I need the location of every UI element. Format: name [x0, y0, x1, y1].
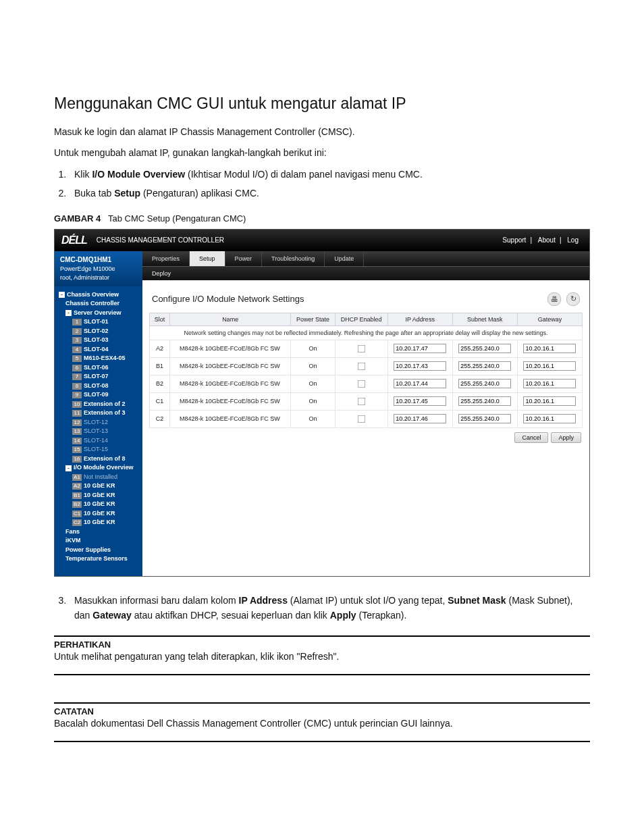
tree-item[interactable]: A210 GbE KR — [59, 481, 141, 491]
tree-slot-badge: 3 — [72, 337, 82, 344]
tree-item[interactable]: 3SLOT-03 — [59, 336, 141, 345]
support-link[interactable]: Support — [502, 236, 526, 244]
tree-slot-badge: 15 — [72, 446, 82, 453]
tree-item[interactable]: 12SLOT-12 — [59, 418, 141, 427]
step-2-text: Buka tab — [74, 188, 114, 199]
mask-input[interactable] — [458, 414, 511, 423]
gw-input[interactable] — [523, 344, 576, 353]
tree-toggle-icon[interactable]: - — [59, 292, 65, 298]
tree-item[interactable]: Fans — [59, 527, 141, 537]
print-icon[interactable]: 🖶 — [547, 292, 561, 306]
tree-label: SLOT-08 — [84, 382, 109, 391]
gw-input[interactable] — [523, 361, 576, 371]
tree-item[interactable]: 1SLOT-01 — [59, 317, 141, 327]
tab-setup[interactable]: Setup — [190, 251, 225, 266]
tree-item[interactable]: Chassis Controller — [59, 299, 141, 309]
column-header: IP Address — [387, 313, 452, 325]
ip-input[interactable] — [394, 361, 446, 371]
tree-slot-badge: 2 — [72, 328, 82, 335]
cell-power: On — [291, 392, 336, 410]
tree-slot-badge: A2 — [72, 483, 82, 490]
tree-label: SLOT-12 — [84, 418, 108, 427]
tree-item[interactable]: -Chassis Overview — [59, 290, 141, 300]
tree-toggle-icon[interactable]: - — [65, 310, 72, 316]
cancel-button[interactable]: Cancel — [514, 432, 548, 443]
tree-item[interactable]: Power Supplies — [59, 546, 141, 555]
tree-slot-badge: 11 — [72, 410, 82, 417]
column-header: Subnet Mask — [452, 313, 517, 325]
cell-power: On — [291, 357, 336, 375]
tree-item[interactable]: C110 GbE KR — [59, 509, 141, 519]
tab-troubleshooting[interactable]: Troubleshooting — [262, 251, 325, 266]
cell-slot: B1 — [150, 357, 170, 375]
intro-paragraph-1: Masuk ke login dan alamat IP Chassis Man… — [54, 125, 590, 139]
divider — [54, 702, 590, 704]
mask-input[interactable] — [458, 344, 511, 353]
tab-power[interactable]: Power — [225, 251, 263, 266]
mask-input[interactable] — [458, 379, 511, 388]
gw-input[interactable] — [523, 379, 576, 388]
tree-slot-badge: 9 — [72, 392, 82, 398]
log-link[interactable]: Log — [567, 236, 579, 244]
tree-item[interactable]: 4SLOT-04 — [59, 345, 141, 355]
cell-name: M8428-k 10GbEE-FCoE/8Gb FC SW — [170, 357, 291, 375]
tree-label: 10 GbE KR — [84, 509, 115, 519]
tree-item[interactable]: iKVM — [59, 536, 141, 546]
tree-item[interactable]: 13SLOT-13 — [59, 427, 141, 436]
ip-input[interactable] — [394, 379, 446, 388]
tree-label: I/O Module Overview — [74, 463, 134, 473]
tab-properties[interactable]: Properties — [142, 251, 190, 266]
tree-label: SLOT-14 — [84, 436, 108, 446]
dhcp-checkbox[interactable] — [358, 415, 366, 423]
tree-slot-badge: B1 — [72, 492, 82, 499]
tree-item[interactable]: 6SLOT-06 — [59, 363, 141, 373]
ip-input[interactable] — [394, 396, 446, 406]
tree-label: SLOT-01 — [84, 317, 109, 327]
ip-input[interactable] — [394, 414, 446, 423]
tree-item[interactable]: B210 GbE KR — [59, 500, 141, 509]
tab-update[interactable]: Update — [325, 251, 364, 266]
gw-input[interactable] — [523, 414, 576, 423]
tree-item[interactable]: Temperature Sensors — [59, 554, 141, 564]
tree-item[interactable]: 2SLOT-02 — [59, 327, 141, 336]
about-link[interactable]: About — [538, 236, 556, 244]
column-header: Name — [170, 313, 291, 325]
cell-slot: C2 — [150, 410, 170, 427]
tree-item[interactable]: 11Extension of 3 — [59, 409, 141, 418]
tree-item[interactable]: 14SLOT-14 — [59, 436, 141, 446]
dhcp-checkbox[interactable] — [358, 380, 366, 388]
tree-item[interactable]: 16Extension of 8 — [59, 454, 141, 464]
gw-input[interactable] — [523, 396, 576, 406]
tree-item[interactable]: 5M610-ESX4-05 — [59, 354, 141, 363]
ip-input[interactable] — [394, 344, 446, 353]
tree-slot-badge: 5 — [72, 355, 82, 362]
tree-item[interactable]: 7SLOT-07 — [59, 372, 141, 382]
tree-item[interactable]: B110 GbE KR — [59, 491, 141, 500]
tree-item[interactable]: -Server Overview — [59, 309, 141, 318]
tree-item[interactable]: -I/O Module Overview — [59, 463, 141, 473]
tree-label: Fans — [65, 527, 80, 537]
refresh-icon[interactable]: ↻ — [566, 292, 580, 306]
step-1-text: Klik — [74, 169, 92, 180]
table-row: B2M8428-k 10GbEE-FCoE/8Gb FC SWOn — [150, 375, 583, 392]
subtab-deploy[interactable]: Deploy — [152, 270, 171, 277]
tree-item[interactable]: 15SLOT-15 — [59, 445, 141, 454]
mask-input[interactable] — [458, 361, 511, 371]
tree-item[interactable]: 10Extension of 2 — [59, 400, 141, 409]
dhcp-checkbox[interactable] — [358, 397, 366, 405]
mask-input[interactable] — [458, 396, 511, 406]
tree-item[interactable]: 9SLOT-09 — [59, 390, 141, 400]
cell-power: On — [291, 375, 336, 392]
tree-item[interactable]: C210 GbE KR — [59, 518, 141, 527]
dhcp-checkbox[interactable] — [358, 362, 366, 370]
tree-toggle-icon[interactable]: - — [65, 465, 72, 471]
tree-item[interactable]: A1Not Installed — [59, 473, 141, 482]
chassis-model: PowerEdge M1000e — [60, 265, 115, 272]
divider — [54, 741, 590, 742]
tree-item[interactable]: 8SLOT-08 — [59, 382, 141, 391]
dhcp-checkbox[interactable] — [358, 344, 366, 353]
section-heading: Menggunakan CMC GUI untuk mengatur alama… — [54, 95, 590, 113]
io-module-table: SlotNamePower StateDHCP EnabledIP Addres… — [149, 313, 583, 428]
note-perhatikan-title: PERHATIKAN — [54, 640, 590, 650]
apply-button[interactable]: Apply — [551, 432, 581, 443]
